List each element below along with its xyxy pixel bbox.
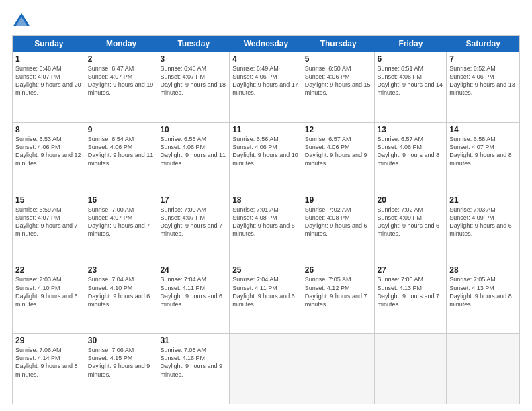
daylight: Daylight: 9 hours and 8 minutes. xyxy=(15,363,78,377)
sunrise: Sunrise: 6:57 AM xyxy=(378,136,424,142)
day-info: Sunrise: 6:52 AM Sunset: 4:06 PM Dayligh… xyxy=(449,64,517,97)
sunset: Sunset: 4:06 PM xyxy=(232,73,277,80)
day-number: 10 xyxy=(160,125,226,134)
calendar-cell: 19 Sunrise: 7:02 AM Sunset: 4:08 PM Dayl… xyxy=(302,193,375,263)
calendar-cell xyxy=(302,334,375,404)
sunrise: Sunrise: 7:05 AM xyxy=(449,276,496,283)
week-5: 29 Sunrise: 7:06 AM Sunset: 4:14 PM Dayl… xyxy=(13,333,519,404)
sunset: Sunset: 4:10 PM xyxy=(88,285,133,291)
calendar-cell: 31 Sunrise: 7:06 AM Sunset: 4:16 PM Dayl… xyxy=(157,334,230,404)
week-4: 22 Sunrise: 7:03 AM Sunset: 4:10 PM Dayl… xyxy=(13,263,519,333)
daylight: Daylight: 9 hours and 9 minutes. xyxy=(305,152,367,167)
day-number: 9 xyxy=(88,125,154,134)
daylight: Daylight: 9 hours and 20 minutes. xyxy=(15,81,81,96)
calendar-cell: 1 Sunrise: 6:46 AM Sunset: 4:07 PM Dayli… xyxy=(13,52,85,122)
daylight: Daylight: 9 hours and 7 minutes. xyxy=(88,222,150,237)
daylight: Daylight: 9 hours and 7 minutes. xyxy=(15,222,78,237)
calendar-cell: 4 Sunrise: 6:49 AM Sunset: 4:06 PM Dayli… xyxy=(230,52,302,122)
sunrise: Sunrise: 6:48 AM xyxy=(160,65,206,72)
header-day-thursday: Thursday xyxy=(302,36,375,52)
sunrise: Sunrise: 7:02 AM xyxy=(305,206,351,213)
calendar-cell: 25 Sunrise: 7:04 AM Sunset: 4:11 PM Dayl… xyxy=(230,263,302,333)
day-number: 12 xyxy=(305,125,371,134)
daylight: Daylight: 9 hours and 7 minutes. xyxy=(305,293,367,308)
daylight: Daylight: 9 hours and 11 minutes. xyxy=(88,152,154,167)
day-info: Sunrise: 7:06 AM Sunset: 4:16 PM Dayligh… xyxy=(160,346,226,379)
daylight: Daylight: 9 hours and 6 minutes. xyxy=(160,293,222,308)
daylight: Daylight: 9 hours and 8 minutes. xyxy=(378,152,440,167)
sunset: Sunset: 4:07 PM xyxy=(15,73,60,80)
sunset: Sunset: 4:15 PM xyxy=(88,355,133,361)
sunset: Sunset: 4:06 PM xyxy=(305,144,350,150)
sunset: Sunset: 4:07 PM xyxy=(88,214,133,221)
day-number: 17 xyxy=(160,195,226,205)
calendar-cell: 20 Sunrise: 7:02 AM Sunset: 4:09 PM Dayl… xyxy=(375,193,447,263)
day-number: 26 xyxy=(305,265,371,275)
calendar-body: 1 Sunrise: 6:46 AM Sunset: 4:07 PM Dayli… xyxy=(13,52,519,404)
daylight: Daylight: 9 hours and 10 minutes. xyxy=(232,152,298,167)
sunrise: Sunrise: 6:59 AM xyxy=(15,206,62,213)
day-info: Sunrise: 6:59 AM Sunset: 4:07 PM Dayligh… xyxy=(15,205,82,238)
sunrise: Sunrise: 6:56 AM xyxy=(232,136,279,142)
day-info: Sunrise: 6:48 AM Sunset: 4:07 PM Dayligh… xyxy=(160,64,226,97)
sunrise: Sunrise: 7:04 AM xyxy=(88,276,134,283)
daylight: Daylight: 9 hours and 8 minutes. xyxy=(449,293,512,308)
calendar-cell: 16 Sunrise: 7:00 AM Sunset: 4:07 PM Dayl… xyxy=(85,193,158,263)
sunrise: Sunrise: 6:47 AM xyxy=(88,65,134,72)
calendar-cell: 26 Sunrise: 7:05 AM Sunset: 4:12 PM Dayl… xyxy=(302,263,375,333)
daylight: Daylight: 9 hours and 6 minutes. xyxy=(232,293,295,308)
sunset: Sunset: 4:09 PM xyxy=(378,214,423,221)
day-number: 11 xyxy=(232,125,299,134)
calendar-cell: 10 Sunrise: 6:55 AM Sunset: 4:06 PM Dayl… xyxy=(157,123,230,193)
day-info: Sunrise: 7:06 AM Sunset: 4:15 PM Dayligh… xyxy=(88,346,154,379)
sunset: Sunset: 4:06 PM xyxy=(88,144,133,150)
day-info: Sunrise: 6:55 AM Sunset: 4:06 PM Dayligh… xyxy=(160,135,226,168)
sunset: Sunset: 4:14 PM xyxy=(15,355,60,361)
sunset: Sunset: 4:13 PM xyxy=(449,285,494,291)
day-number: 28 xyxy=(449,265,517,275)
day-number: 29 xyxy=(15,336,82,345)
day-info: Sunrise: 7:03 AM Sunset: 4:10 PM Dayligh… xyxy=(15,275,82,308)
calendar-cell: 12 Sunrise: 6:57 AM Sunset: 4:06 PM Dayl… xyxy=(302,123,375,193)
sunrise: Sunrise: 7:02 AM xyxy=(378,206,424,213)
sunrise: Sunrise: 6:51 AM xyxy=(378,65,424,72)
daylight: Daylight: 9 hours and 8 minutes. xyxy=(449,152,512,167)
sunrise: Sunrise: 7:03 AM xyxy=(449,206,496,213)
day-info: Sunrise: 6:57 AM Sunset: 4:06 PM Dayligh… xyxy=(305,135,371,168)
calendar-cell: 22 Sunrise: 7:03 AM Sunset: 4:10 PM Dayl… xyxy=(13,263,85,333)
day-info: Sunrise: 6:57 AM Sunset: 4:06 PM Dayligh… xyxy=(378,135,444,168)
sunset: Sunset: 4:06 PM xyxy=(160,144,205,150)
day-number: 24 xyxy=(160,265,226,275)
daylight: Daylight: 9 hours and 6 minutes. xyxy=(15,293,78,308)
sunset: Sunset: 4:11 PM xyxy=(160,285,205,291)
sunset: Sunset: 4:16 PM xyxy=(160,355,205,361)
calendar-cell: 18 Sunrise: 7:01 AM Sunset: 4:08 PM Dayl… xyxy=(230,193,302,263)
calendar-cell: 27 Sunrise: 7:05 AM Sunset: 4:13 PM Dayl… xyxy=(375,263,447,333)
day-info: Sunrise: 7:04 AM Sunset: 4:10 PM Dayligh… xyxy=(88,275,154,308)
day-info: Sunrise: 7:03 AM Sunset: 4:09 PM Dayligh… xyxy=(449,205,517,238)
day-info: Sunrise: 6:51 AM Sunset: 4:06 PM Dayligh… xyxy=(378,64,444,97)
sunset: Sunset: 4:10 PM xyxy=(15,285,60,291)
daylight: Daylight: 9 hours and 12 minutes. xyxy=(15,152,81,167)
calendar-cell xyxy=(230,334,302,404)
week-3: 15 Sunrise: 6:59 AM Sunset: 4:07 PM Dayl… xyxy=(13,193,519,263)
day-info: Sunrise: 7:02 AM Sunset: 4:08 PM Dayligh… xyxy=(305,205,371,238)
day-number: 31 xyxy=(160,336,226,345)
calendar-cell: 8 Sunrise: 6:53 AM Sunset: 4:06 PM Dayli… xyxy=(13,123,85,193)
day-number: 15 xyxy=(15,195,82,205)
sunset: Sunset: 4:08 PM xyxy=(305,214,350,221)
sunrise: Sunrise: 7:05 AM xyxy=(378,276,424,283)
day-info: Sunrise: 7:05 AM Sunset: 4:13 PM Dayligh… xyxy=(449,275,517,308)
sunrise: Sunrise: 7:04 AM xyxy=(160,276,206,283)
calendar-cell: 3 Sunrise: 6:48 AM Sunset: 4:07 PM Dayli… xyxy=(157,52,230,122)
day-info: Sunrise: 7:00 AM Sunset: 4:07 PM Dayligh… xyxy=(88,205,154,238)
week-2: 8 Sunrise: 6:53 AM Sunset: 4:06 PM Dayli… xyxy=(13,122,519,193)
daylight: Daylight: 9 hours and 7 minutes. xyxy=(160,222,222,237)
day-info: Sunrise: 7:05 AM Sunset: 4:13 PM Dayligh… xyxy=(378,275,444,308)
header-day-saturday: Saturday xyxy=(447,36,519,52)
header-day-sunday: Sunday xyxy=(13,36,85,52)
day-number: 21 xyxy=(449,195,517,205)
calendar-cell: 21 Sunrise: 7:03 AM Sunset: 4:09 PM Dayl… xyxy=(447,193,519,263)
page: SundayMondayTuesdayWednesdayThursdayFrid… xyxy=(0,0,532,411)
day-number: 8 xyxy=(15,125,82,134)
